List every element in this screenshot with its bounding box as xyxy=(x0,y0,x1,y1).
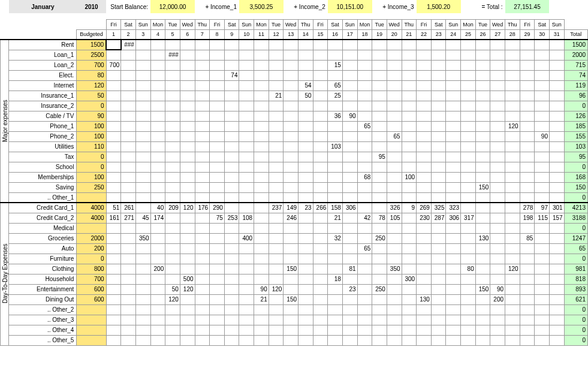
day-cell[interactable] xyxy=(505,40,520,50)
day-cell[interactable] xyxy=(342,325,357,335)
day-cell[interactable] xyxy=(313,172,328,182)
day-cell[interactable] xyxy=(180,325,195,335)
day-cell[interactable] xyxy=(342,294,357,304)
day-cell[interactable] xyxy=(224,315,239,325)
day-cell[interactable] xyxy=(461,203,476,213)
day-cell[interactable]: 317 xyxy=(461,213,476,223)
day-cell[interactable] xyxy=(298,264,313,274)
day-cell[interactable] xyxy=(490,325,505,335)
budget-spreadsheet[interactable]: January 2010 Start Balance: 12,000.00 + … xyxy=(0,0,588,346)
day-cell[interactable] xyxy=(150,162,165,172)
day-cell[interactable] xyxy=(387,304,402,315)
day-cell[interactable] xyxy=(313,284,328,294)
day-cell[interactable] xyxy=(490,80,505,91)
day-cell[interactable] xyxy=(342,223,357,233)
day-cell[interactable] xyxy=(313,141,328,152)
day-cell[interactable] xyxy=(417,91,432,101)
day-cell[interactable] xyxy=(535,233,550,243)
day-cell[interactable] xyxy=(461,243,476,254)
day-cell[interactable] xyxy=(372,294,387,304)
day-cell[interactable] xyxy=(535,80,550,91)
day-cell[interactable] xyxy=(269,233,284,243)
day-cell[interactable] xyxy=(387,315,402,325)
day-cell[interactable] xyxy=(431,315,446,325)
day-cell[interactable] xyxy=(269,70,284,80)
day-cell[interactable] xyxy=(284,91,298,101)
day-cell[interactable] xyxy=(254,152,269,162)
budgeted-cell[interactable]: 0 xyxy=(77,152,106,162)
day-cell[interactable] xyxy=(446,80,461,91)
day-cell[interactable] xyxy=(269,101,284,111)
day-cell[interactable] xyxy=(417,80,432,91)
day-cell[interactable] xyxy=(298,223,313,233)
day-cell[interactable] xyxy=(224,131,239,141)
day-cell[interactable] xyxy=(431,60,446,70)
day-cell[interactable]: 269 xyxy=(417,203,432,213)
day-cell[interactable] xyxy=(402,284,417,294)
day-cell[interactable] xyxy=(254,162,269,172)
day-cell[interactable]: 278 xyxy=(520,203,535,213)
day-cell[interactable] xyxy=(372,162,387,172)
day-cell[interactable] xyxy=(150,60,165,70)
day-cell[interactable] xyxy=(417,192,432,203)
budgeted-cell[interactable]: 4000 xyxy=(77,203,106,213)
day-cell[interactable] xyxy=(254,91,269,101)
day-cell[interactable] xyxy=(195,60,210,70)
day-cell[interactable] xyxy=(431,101,446,111)
day-cell[interactable] xyxy=(431,223,446,233)
day-cell[interactable] xyxy=(313,101,328,111)
day-cell[interactable] xyxy=(106,223,121,233)
day-cell[interactable] xyxy=(165,243,180,254)
day-cell[interactable]: 50 xyxy=(298,91,313,101)
day-cell[interactable] xyxy=(313,233,328,243)
day-cell[interactable] xyxy=(254,80,269,91)
day-cell[interactable] xyxy=(431,50,446,60)
day-cell[interactable] xyxy=(402,335,417,345)
day-cell[interactable] xyxy=(180,141,195,152)
day-cell[interactable] xyxy=(505,213,520,223)
day-cell[interactable] xyxy=(357,223,372,233)
day-cell[interactable] xyxy=(357,111,372,121)
day-cell[interactable] xyxy=(342,141,357,152)
day-cell[interactable] xyxy=(313,111,328,121)
day-cell[interactable] xyxy=(224,254,239,264)
day-cell[interactable] xyxy=(195,172,210,182)
day-cell[interactable] xyxy=(165,131,180,141)
day-cell[interactable] xyxy=(475,91,490,101)
day-cell[interactable] xyxy=(106,233,121,243)
day-cell[interactable] xyxy=(210,80,225,91)
day-cell[interactable] xyxy=(224,243,239,254)
day-cell[interactable] xyxy=(431,325,446,335)
day-cell[interactable] xyxy=(417,315,432,325)
day-cell[interactable] xyxy=(446,162,461,172)
day-cell[interactable] xyxy=(535,192,550,203)
day-cell[interactable] xyxy=(224,80,239,91)
day-cell[interactable]: 246 xyxy=(284,213,298,223)
day-cell[interactable] xyxy=(284,223,298,233)
day-cell[interactable]: 65 xyxy=(357,243,372,254)
day-cell[interactable] xyxy=(210,172,225,182)
day-cell[interactable] xyxy=(298,182,313,192)
budgeted-cell[interactable]: 600 xyxy=(77,284,106,294)
day-cell[interactable]: 306 xyxy=(446,213,461,223)
day-cell[interactable] xyxy=(135,40,150,50)
day-cell[interactable] xyxy=(505,182,520,192)
day-cell[interactable] xyxy=(549,141,564,152)
day-cell[interactable] xyxy=(520,315,535,325)
day-cell[interactable] xyxy=(165,70,180,80)
day-cell[interactable] xyxy=(328,243,343,254)
day-cell[interactable] xyxy=(239,284,254,294)
day-cell[interactable]: 15 xyxy=(328,60,343,70)
budgeted-cell[interactable]: 700 xyxy=(77,274,106,284)
day-cell[interactable] xyxy=(461,294,476,304)
day-cell[interactable]: 323 xyxy=(446,203,461,213)
day-cell[interactable] xyxy=(549,40,564,50)
day-cell[interactable] xyxy=(165,223,180,233)
start-balance-value[interactable]: 12,000.00 xyxy=(150,0,195,13)
day-cell[interactable] xyxy=(461,335,476,345)
day-cell[interactable] xyxy=(490,223,505,233)
day-cell[interactable] xyxy=(254,304,269,315)
day-cell[interactable] xyxy=(313,192,328,203)
day-cell[interactable] xyxy=(490,192,505,203)
day-cell[interactable]: 150 xyxy=(475,182,490,192)
